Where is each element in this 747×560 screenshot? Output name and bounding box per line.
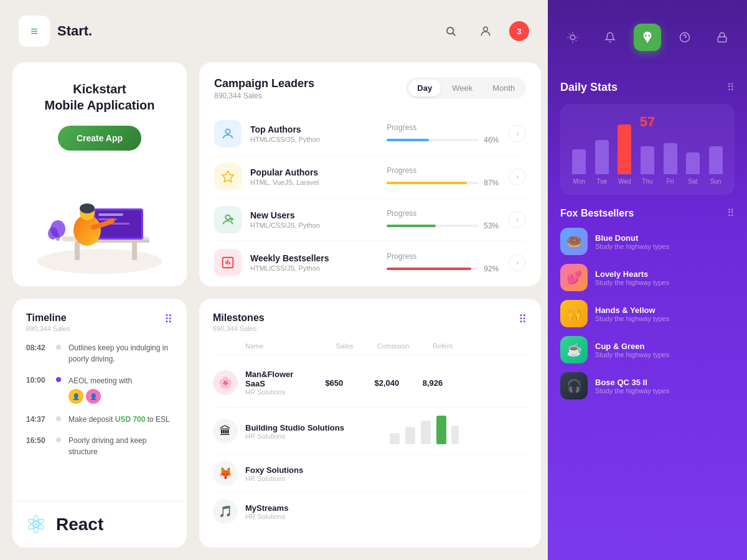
tab-month[interactable]: Month bbox=[484, 80, 524, 96]
ms-commission: $2,040 bbox=[343, 377, 399, 388]
bar bbox=[595, 140, 609, 174]
bs-info: Lovely Hearts Study the highway types bbox=[595, 269, 735, 286]
sidebar-icon-fox[interactable] bbox=[634, 24, 661, 51]
bs-desc: Study the highway types bbox=[595, 315, 735, 322]
bestseller-item[interactable]: 🎧 Bose QC 35 II Study the highway types bbox=[560, 372, 735, 399]
ms-sub: HR Solutions bbox=[245, 513, 527, 520]
row-arrow[interactable]: › bbox=[509, 125, 526, 142]
tl-dot bbox=[56, 416, 61, 421]
sidebar-icon-notification[interactable] bbox=[596, 24, 624, 51]
tl-dot bbox=[56, 437, 61, 442]
header-actions: 3 bbox=[439, 20, 529, 42]
react-badge: ⚛ React bbox=[12, 501, 187, 548]
bar-thu: Thu bbox=[641, 146, 654, 185]
bar bbox=[641, 146, 654, 174]
tl-text: Poorly driving and keep structure bbox=[68, 435, 173, 457]
col-header-commission: Comission bbox=[353, 342, 409, 350]
bs-info: Bose QC 35 II Study the highway types bbox=[595, 378, 735, 394]
popular-authors-icon bbox=[214, 163, 242, 190]
sidebar-icon-lock[interactable] bbox=[708, 24, 736, 51]
tl-dot bbox=[56, 377, 61, 382]
progress-fill bbox=[387, 139, 429, 141]
popular-authors-tags: HTML, VueJS, Laravel bbox=[250, 179, 387, 186]
bestseller-item[interactable]: 🍩 Blue Donut Study the highway types bbox=[560, 228, 735, 255]
ms-sub: HR Solutions bbox=[245, 475, 527, 482]
header: ≡ Start. 3 bbox=[0, 0, 548, 62]
bs-name: Lovely Hearts bbox=[595, 269, 735, 279]
svg-point-41 bbox=[645, 35, 647, 37]
ms-info: Building Studio Solutions HR Solutions bbox=[245, 423, 387, 440]
expand-dots[interactable]: ⠿ bbox=[727, 82, 735, 93]
progress-pct: 46% bbox=[484, 136, 499, 144]
milestones-title: Milestones bbox=[213, 312, 265, 324]
user-button[interactable] bbox=[474, 20, 497, 42]
milestones-col-headers: Name Sales Comission Refers bbox=[213, 342, 527, 355]
milestone-row: 🎵 MyStreams HR Solutions bbox=[213, 493, 527, 530]
campaign-header: Campaign Leaders 890,344 Sales Day Week … bbox=[214, 77, 526, 100]
sidebar-icon-bulb[interactable] bbox=[559, 24, 586, 51]
bar bbox=[709, 146, 723, 174]
ms-icon: 🏛 bbox=[213, 419, 238, 444]
ms-info: Man&Flower SaaS HR Solutions bbox=[245, 370, 293, 396]
bar-label: Tue bbox=[596, 178, 607, 185]
col-header-name: Name bbox=[213, 342, 303, 350]
ms-sales: $650 bbox=[293, 377, 343, 388]
top-authors-name: Top Authors bbox=[250, 124, 387, 134]
svg-point-15 bbox=[80, 203, 95, 213]
svg-rect-6 bbox=[132, 241, 137, 260]
bs-info: Hands & Yellow Study the highway types bbox=[595, 306, 735, 322]
weekly-bestsellers-name: Weekly Bestsellers bbox=[250, 253, 387, 263]
logo-box: ≡ bbox=[19, 16, 50, 47]
bar-label: Mon bbox=[573, 178, 585, 185]
ms-name: MyStreams bbox=[245, 503, 527, 513]
ms-info: MyStreams HR Solutions bbox=[245, 503, 527, 520]
tl-avatars: 👤 👤 bbox=[68, 389, 132, 404]
row-arrow[interactable]: › bbox=[509, 211, 526, 228]
bestseller-item[interactable]: 💕 Lovely Hearts Study the highway types bbox=[560, 264, 735, 291]
bestseller-item[interactable]: ☕ Cup & Green Study the highway types bbox=[560, 336, 735, 363]
svg-rect-9 bbox=[98, 213, 123, 216]
notification-badge[interactable]: 3 bbox=[509, 21, 529, 41]
row-arrow[interactable]: › bbox=[509, 168, 526, 185]
top-authors-icon bbox=[214, 120, 242, 147]
ms-icon: 🎵 bbox=[213, 499, 238, 524]
milestones-options[interactable]: ⠿ bbox=[519, 312, 527, 326]
tl-time: 10:00 bbox=[26, 376, 49, 385]
fox-expand-dots[interactable]: ⠿ bbox=[727, 207, 735, 219]
new-users-progress: Progress 53% bbox=[387, 209, 499, 230]
timeline-options[interactable]: ⠿ bbox=[164, 312, 173, 326]
tl-text: Make deposit USD 700 to ESL bbox=[68, 414, 170, 425]
milestone-row: 🌸 Man&Flower SaaS HR Solutions $650 $2,0… bbox=[213, 358, 527, 408]
bs-image: 🎧 bbox=[560, 372, 588, 399]
row-arrow[interactable]: › bbox=[509, 254, 526, 271]
bs-desc: Study the highway types bbox=[595, 387, 735, 394]
weekly-bestsellers-progress: Progress 92% bbox=[387, 252, 499, 273]
bs-image: ☕ bbox=[560, 336, 588, 363]
tl-highlight: USD 700 bbox=[115, 415, 146, 424]
milestones-subtitle: 890,344 Sales bbox=[213, 325, 265, 332]
sidebar-icon-help[interactable] bbox=[671, 24, 698, 51]
campaign-row: Popular Authors HTML, VueJS, Laravel Pro… bbox=[214, 156, 526, 198]
ms-chart bbox=[453, 364, 527, 401]
bs-name: Blue Donut bbox=[595, 233, 735, 243]
bar bbox=[664, 143, 677, 174]
milestones-card: Milestones 890,344 Sales ⠿ Name Sales Co… bbox=[199, 299, 541, 548]
search-button[interactable] bbox=[439, 20, 462, 42]
create-app-button[interactable]: Create App bbox=[58, 126, 141, 151]
bs-desc: Study the highway types bbox=[595, 351, 735, 358]
progress-bar-wrap: 87% bbox=[387, 179, 499, 187]
svg-marker-21 bbox=[222, 171, 233, 182]
ms-info: Foxy Solutions HR Solutions bbox=[245, 465, 527, 482]
tab-day[interactable]: Day bbox=[408, 80, 441, 96]
ms-name: Foxy Solutions bbox=[245, 465, 527, 475]
ms-chart-area bbox=[387, 414, 528, 448]
bar bbox=[618, 124, 631, 174]
ms-name: Building Studio Solutions bbox=[245, 423, 387, 432]
tab-week[interactable]: Week bbox=[443, 80, 481, 96]
ms-name: Man&Flower SaaS bbox=[245, 370, 293, 388]
tl-time: 16:50 bbox=[26, 436, 49, 445]
kickstart-title: Kickstart Mobile Application bbox=[44, 81, 154, 113]
bestseller-item[interactable]: 🙌 Hands & Yellow Study the highway types bbox=[560, 300, 735, 327]
svg-point-2 bbox=[484, 27, 488, 31]
campaign-row: New Users HTML/CSS/JS, Python Progress 5… bbox=[214, 198, 526, 241]
